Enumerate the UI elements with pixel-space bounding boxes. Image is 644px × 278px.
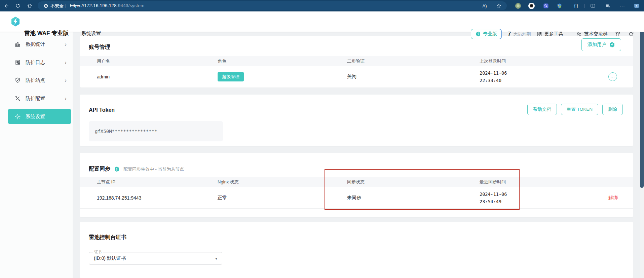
split-screen-icon[interactable] [589,0,597,11]
api-token-value[interactable]: gfX50M**************** [89,121,223,141]
add-user-button[interactable]: 添加用户 [581,38,621,51]
license-expiry: 7 天后到期 [508,29,531,39]
tools-icon [14,95,21,102]
sidebar-item-label: 防护日志 [26,59,45,66]
add-user-label: 添加用户 [588,42,606,48]
help-doc-button[interactable]: 帮助文档 [527,104,557,115]
log-file-icon [14,59,21,66]
sync-table-row: 192.168.74.251:9443 正常 未同步 2024-11-0623:… [80,187,633,209]
sidebar-item-label: 数据统计 [26,41,45,47]
logout-button[interactable] [628,29,634,39]
certificate-card-title: 雷池控制台证书 [89,234,126,241]
console-certificate-card: 雷池控制台证书 证书 (ID:0) 默认证书 ▾ [80,222,633,278]
extension-key-icon[interactable] [541,0,550,11]
community-label: 技术交流群 [584,31,608,37]
app-header: 雷池 WAF 专业版 系统设置 专业版 7 天后到期 更多工具 技术交流群 [0,11,644,32]
edition-badge[interactable]: 专业版 [471,29,502,39]
delete-token-button[interactable]: 删除 [602,104,623,115]
two-step-cell: 关闭 [347,74,480,80]
url-text[interactable]: https://172.16.196.128:9443/system [70,3,144,8]
security-badge-label[interactable]: 不安全 [50,3,64,9]
chevron-right-icon: › [65,41,67,47]
chevron-right-icon: › [65,96,67,101]
nginx-status-cell: 正常 [218,195,347,201]
config-sync-card: 配置同步 配置同步生效中 - 当前为从节点 主节点 IP Nginx 状态 同步… [80,153,633,217]
sidebar-item-label: 系统设置 [26,113,45,120]
col-nginx-status: Nginx 状态 [218,179,347,185]
chevron-right-icon: › [65,77,67,83]
reset-token-button[interactable]: 重置 TOKEN [561,104,598,115]
page-title: 系统设置 [81,30,101,37]
expiry-label: 天后到期 [513,31,531,37]
sidebar-item-label: 防护配置 [26,95,45,102]
api-token-title: API Token [89,107,115,113]
not-secure-icon [42,1,49,10]
browser-home-icon[interactable] [25,0,34,11]
more-tools-label: 更多工具 [544,31,563,37]
col-sync-status: 同步状态 [347,179,480,185]
read-aloud-icon[interactable]: A) [480,1,489,10]
col-role: 角色 [218,58,347,64]
favorite-star-icon[interactable] [494,1,503,10]
browser-back-icon[interactable] [2,0,11,11]
edition-logo-icon [476,31,481,37]
address-divider [65,4,66,8]
tshirt-icon [615,31,621,37]
shield-check-icon [14,77,21,83]
col-last-login: 上次登录时间 [480,58,604,64]
sidebar-item-protected-sites[interactable]: 防护站点 › [8,72,71,88]
more-tools-button[interactable]: 更多工具 [537,29,563,39]
extension-braces-icon[interactable]: {} [572,0,580,11]
extension-avatar-icon[interactable] [514,0,522,11]
logout-icon [628,31,634,37]
api-token-card: API Token 帮助文档 重置 TOKEN 删除 gfX50M*******… [80,95,633,146]
page-scrollbar [640,11,644,278]
certificate-selected-value: (ID:0) 默认证书 [94,255,126,262]
last-login-time: 22:33:40 [480,78,501,83]
sync-status-note: 配置同步生效中 - 当前为从节点 [123,166,184,172]
sidebar-item-system-settings[interactable]: 系统设置 › [8,109,71,124]
edition-badge-label: 专业版 [483,31,497,37]
people-icon [576,31,582,37]
browser-toolbar: 不安全 https://172.16.196.128:9443/system A… [0,0,644,11]
brand-title: 雷池 WAF 专业版 [24,29,69,37]
sidebar-item-protection-config[interactable]: 防护配置 › [8,91,71,106]
sidebar-item-statistics[interactable]: 数据统计 › [8,36,71,52]
bar-chart-icon [14,41,21,47]
sidebar-item-label: 防护站点 [26,77,45,83]
safeline-logo [10,16,21,27]
username-cell: admin [97,74,218,79]
url-scheme: https [70,3,80,8]
sidebar-item-protection-logs[interactable]: 防护日志 › [8,55,71,70]
last-sync-cell: 2024-11-0623:54:49 [480,190,604,205]
account-table-header: 用户名 角色 二步验证 上次登录时间 [80,56,633,66]
url-host: ://172.16.196.128 [80,3,117,8]
last-login-date: 2024-11-06 [480,70,507,76]
address-bar[interactable]: 不安全 https://172.16.196.128:9443/system A… [38,1,507,10]
copilot-sidebar-icon[interactable] [632,0,642,11]
theme-button[interactable] [615,29,621,39]
col-two-step: 二步验证 [347,58,480,64]
scrollbar-thumb[interactable] [640,13,644,188]
master-ip-cell: 192.168.74.251:9443 [97,195,218,201]
sync-table-header: 主节点 IP Nginx 状态 同步状态 最近同步时间 [80,177,633,187]
last-login-cell: 2024-11-0622:33:40 [480,69,604,84]
chevron-right-icon: › [65,60,67,65]
unbind-link[interactable]: 解绑 [608,195,618,200]
extension-translate-icon[interactable] [527,0,536,11]
sidebar: 数据统计 › 防护日志 › 防护站点 › 防护配置 › 系统设置 › [0,32,73,278]
certificate-select[interactable]: 证书 (ID:0) 默认证书 ▾ [89,252,222,265]
community-button[interactable]: 技术交流群 [576,29,608,39]
browser-refresh-icon[interactable] [13,0,22,11]
row-actions-button[interactable]: ⋯ [608,72,617,81]
header-divider [531,30,531,38]
extension-shield-icon[interactable] [555,0,564,11]
collections-icon[interactable] [604,0,612,11]
select-caret-icon: ▾ [215,256,217,261]
browser-menu-icon[interactable]: ⋯ [618,0,627,11]
gear-icon [14,113,21,120]
role-badge: 超级管理 [218,72,244,81]
account-card-title: 账号管理 [89,44,110,51]
toolbar-divider [584,4,585,8]
certificate-field-label: 证书 [93,250,103,254]
